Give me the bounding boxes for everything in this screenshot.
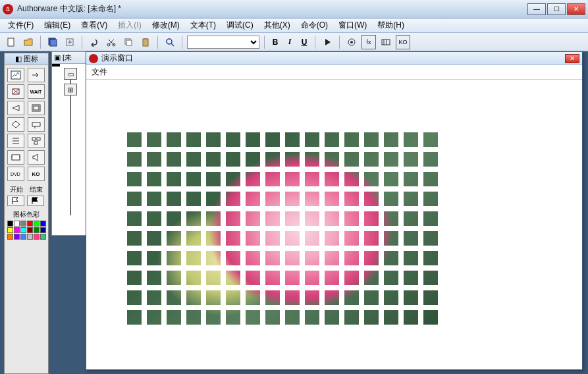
svg-point-10 [167,39,172,44]
save-all-button[interactable] [45,35,60,49]
flow-end-node [52,64,60,67]
menu-help[interactable]: 帮助(H) [372,18,410,32]
bold-button[interactable]: B [269,38,281,47]
menu-debug[interactable]: 调试(C) [221,18,259,32]
italic-button[interactable]: I [284,37,296,47]
menu-view[interactable]: 查看(V) [76,18,113,32]
color-swatch[interactable] [27,221,33,227]
menu-insert[interactable]: 插入(I) [113,18,146,32]
dvd-icon-tool[interactable]: DVD [7,167,24,181]
menu-modify[interactable]: 修改(M) [147,18,185,32]
svg-rect-9 [144,38,147,40]
palette-icon: ◧ [15,55,22,63]
control-panel-button[interactable] [344,35,359,49]
cut-button[interactable] [104,35,119,49]
color-swatch[interactable] [40,227,46,233]
maximize-button[interactable]: ☐ [547,3,566,15]
interaction-icon-tool[interactable] [28,117,45,132]
underline-button[interactable]: U [298,38,310,47]
functions-button[interactable]: fx [361,35,376,49]
menu-window[interactable]: 窗口(W) [333,18,372,32]
color-swatch[interactable] [20,227,26,233]
presentation-close-button[interactable]: ✕ [565,54,579,63]
color-swatch[interactable] [20,221,26,227]
color-swatch[interactable] [27,234,33,240]
separator [315,36,315,49]
svg-rect-13 [382,40,390,45]
end-flag[interactable] [27,196,44,206]
separator [339,36,340,49]
presentation-icon [89,54,98,63]
presentation-canvas[interactable] [86,80,582,369]
display-icon-tool[interactable] [7,68,24,82]
erase-icon-tool[interactable] [7,84,24,99]
font-select[interactable] [187,36,259,49]
flowline[interactable]: ▭ ⊞ [52,64,90,222]
svg-rect-21 [12,155,20,160]
framework-icon-tool[interactable] [28,101,45,115]
import-button[interactable] [63,35,77,49]
color-swatch[interactable] [14,221,20,227]
find-button[interactable] [163,35,177,49]
sound-icon-tool[interactable] [28,150,45,165]
presentation-menu-file[interactable]: 文件 [92,67,107,78]
navigate-icon-tool[interactable] [7,101,24,115]
flow-start-node[interactable]: ▭ [64,68,77,80]
separator [157,36,158,49]
color-swatch[interactable] [40,221,46,227]
window-titlebar: a Authorware 中文版: [未命名] * — ☐ ✕ [0,0,588,18]
flow-display-node[interactable]: ⊞ [64,84,77,95]
svg-point-12 [350,41,353,43]
svg-rect-7 [126,40,132,45]
menu-edit[interactable]: 编辑(E) [39,18,76,32]
color-swatch[interactable] [14,234,20,240]
menu-command[interactable]: 命令(O) [296,18,333,32]
movie-icon-tool[interactable] [7,150,24,165]
icon-palette: ◧ 图标 WAIT DVD KO 开始 结束 图标色彩 [4,53,49,374]
workspace: ◧ 图标 WAIT DVD KO 开始 结束 图标色彩 [0,51,588,374]
minimize-button[interactable]: — [527,3,546,15]
undo-button[interactable] [87,35,101,49]
svg-rect-14 [11,71,20,79]
color-swatch[interactable] [14,227,20,233]
window-title: Authorware 中文版: [未命名] * [17,3,527,14]
color-swatch[interactable] [34,234,40,240]
separator [40,36,41,49]
new-button[interactable] [4,35,18,49]
map-icon-tool[interactable] [28,134,45,148]
presentation-window: 演示窗口 ✕ 文件 [86,51,583,370]
variables-button[interactable] [379,35,393,49]
color-swatch[interactable] [20,234,26,240]
run-button[interactable] [320,35,334,49]
palette-title-text: 图标 [24,54,38,64]
ko-icon-tool[interactable]: KO [28,167,45,181]
ko-button[interactable]: KO [396,35,410,49]
start-flag[interactable] [7,196,24,206]
end-flag-label: 结束 [27,185,45,194]
decision-icon-tool[interactable] [7,117,24,132]
menu-file[interactable]: 文件(F) [3,18,39,32]
color-swatch[interactable] [40,234,46,240]
color-label: 图标色彩 [13,210,40,219]
paste-button[interactable] [138,35,153,49]
transition-horizontal-bars [127,132,443,330]
svg-rect-8 [143,39,148,46]
color-swatch[interactable] [34,227,40,233]
color-swatch[interactable] [7,221,13,227]
color-swatch[interactable] [27,227,33,233]
presentation-menubar: 文件 [86,65,582,80]
open-button[interactable] [21,35,36,49]
flowline-panel: ▣ [未 ▭ ⊞ [51,51,91,236]
menu-text[interactable]: 文本(T) [185,18,221,32]
calculation-icon-tool[interactable] [7,134,24,148]
rose-image-transition [127,132,443,330]
copy-button[interactable] [121,35,136,49]
color-swatch[interactable] [7,234,13,240]
color-swatch[interactable] [34,221,40,227]
motion-icon-tool[interactable] [28,68,45,82]
wait-icon-tool[interactable]: WAIT [28,84,45,99]
close-button[interactable]: ✕ [567,3,585,15]
color-swatch[interactable] [7,227,13,233]
svg-rect-0 [8,38,14,46]
menu-other[interactable]: 其他(X) [259,18,296,32]
